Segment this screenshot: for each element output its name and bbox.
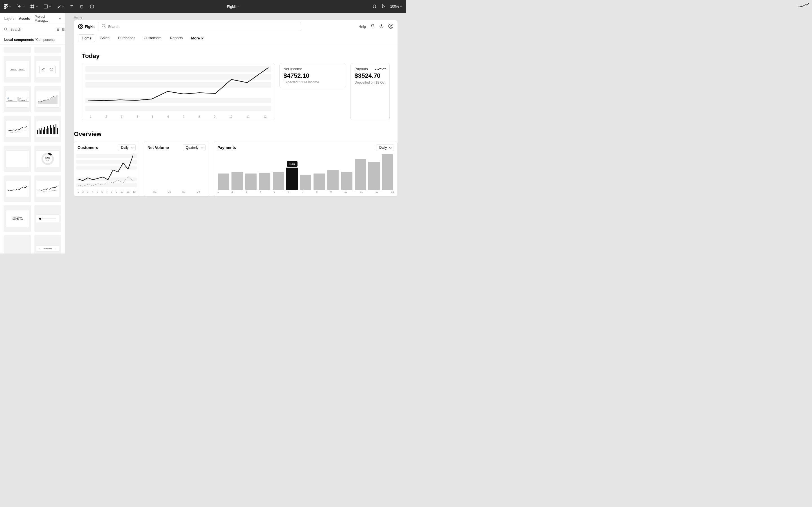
- asset-card[interactable]: [35, 56, 61, 82]
- select-customers-period[interactable]: Daily: [118, 144, 136, 151]
- svg-point-12: [390, 25, 392, 26]
- asset-card[interactable]: [4, 146, 31, 172]
- search-icon: [102, 24, 106, 29]
- avatar-icon[interactable]: [388, 24, 393, 30]
- asset-card[interactable]: [4, 235, 31, 253]
- section-today-title: Today: [82, 52, 390, 60]
- asset-card[interactable]: [35, 86, 61, 112]
- help-link[interactable]: Help: [358, 24, 366, 29]
- svg-point-6: [4, 28, 7, 30]
- figma-menu[interactable]: [4, 4, 11, 9]
- nav-customers[interactable]: Customers: [140, 34, 165, 42]
- asset-grid: ButtonButton 🔗 Button✉ Button 12%Goal US…: [0, 45, 65, 253]
- move-tool[interactable]: [17, 4, 24, 9]
- asset-card[interactable]: 12%Goal: [35, 146, 61, 172]
- card-payments: PaymentsDaily 1.4k 12345678910111213: [214, 141, 398, 196]
- dashboard-search-input[interactable]: [108, 24, 297, 29]
- asset-card[interactable]: ‹September›: [35, 235, 61, 253]
- nav-home[interactable]: Home: [78, 34, 95, 42]
- tab-project[interactable]: Project Manag…: [35, 15, 61, 22]
- pen-tool[interactable]: [57, 4, 64, 9]
- comment-tool[interactable]: [90, 4, 94, 9]
- dashboard-nav: Home Sales Purchases Customers Reports M…: [74, 33, 398, 45]
- svg-point-9: [102, 24, 105, 27]
- asset-card[interactable]: 🔗 Button✉ Button: [4, 86, 31, 112]
- hand-tool[interactable]: [80, 4, 84, 9]
- today-chart-axis: 123456789101112: [86, 114, 271, 118]
- bell-icon[interactable]: [370, 24, 375, 29]
- card-net-volume: Net VolumeQuaterly Q1Q2Q3Q4: [144, 141, 209, 196]
- svg-point-4: [4, 7, 6, 9]
- asset-breadcrumb[interactable]: Local components/Components: [0, 35, 65, 45]
- frame-tool[interactable]: [30, 4, 38, 9]
- document-title[interactable]: Figkit: [94, 4, 372, 9]
- search-icon: [4, 27, 8, 32]
- figma-toolbar: Figkit 100%: [0, 0, 406, 13]
- shape-tool[interactable]: [43, 4, 51, 9]
- text-tool[interactable]: [70, 4, 74, 8]
- asset-card[interactable]: [35, 47, 61, 53]
- gear-icon[interactable]: [379, 24, 384, 29]
- asset-search-input[interactable]: [10, 27, 53, 32]
- frame-label[interactable]: Home: [74, 16, 398, 19]
- svg-point-1: [6, 4, 8, 6]
- payments-tooltip: 1.4k: [287, 161, 297, 167]
- sparkline-icon: [375, 67, 386, 71]
- asset-card[interactable]: [4, 175, 31, 202]
- asset-card[interactable]: USD Balance$4752.10: [4, 205, 31, 232]
- link-icon: [40, 66, 47, 73]
- asset-card[interactable]: [35, 205, 61, 232]
- svg-point-3: [6, 6, 8, 7]
- card-payouts: Payouts $3524.70 Deposited on 18 Oct: [350, 63, 390, 120]
- select-netvolume-period[interactable]: Quaterly: [183, 144, 206, 151]
- svg-rect-5: [44, 5, 47, 8]
- nav-sales[interactable]: Sales: [97, 34, 113, 42]
- dashboard-search[interactable]: [98, 22, 301, 31]
- asset-card[interactable]: [4, 116, 31, 142]
- nav-purchases[interactable]: Purchases: [114, 34, 139, 42]
- dashboard-frame: Figkit Help Home Sales Purchases Custome…: [74, 20, 398, 196]
- brand-logo-icon: [78, 24, 83, 29]
- headphones-icon[interactable]: [372, 4, 377, 9]
- mail-icon: [47, 66, 56, 73]
- play-icon[interactable]: [382, 4, 385, 9]
- tab-layers[interactable]: Layers: [4, 17, 14, 20]
- nav-reports[interactable]: Reports: [167, 34, 186, 42]
- select-payments-period[interactable]: Daily: [376, 144, 394, 151]
- list-view-icon[interactable]: [56, 27, 59, 32]
- card-customers: CustomersDaily 123456789101112: [74, 141, 139, 196]
- figma-left-panel: Layers Assets Project Manag… Local compo…: [0, 13, 65, 253]
- tab-assets[interactable]: Assets: [19, 17, 30, 20]
- zoom-level[interactable]: 100%: [390, 4, 402, 8]
- card-net-income: Net Income $4752.10 Expected future inco…: [280, 63, 346, 88]
- section-overview-title: Overview: [74, 130, 398, 138]
- figma-canvas[interactable]: Home Figkit Help Home Sales Purchases: [65, 13, 406, 253]
- svg-point-2: [4, 6, 6, 7]
- nav-more[interactable]: More: [188, 34, 207, 42]
- asset-card[interactable]: [35, 175, 61, 202]
- svg-point-10: [381, 25, 382, 27]
- brand: Figkit: [78, 24, 95, 29]
- svg-point-0: [4, 4, 6, 6]
- asset-card[interactable]: [4, 47, 31, 53]
- today-chart: 123456789101112: [82, 63, 275, 120]
- asset-card[interactable]: ButtonButton: [4, 56, 31, 82]
- asset-card[interactable]: [35, 116, 61, 142]
